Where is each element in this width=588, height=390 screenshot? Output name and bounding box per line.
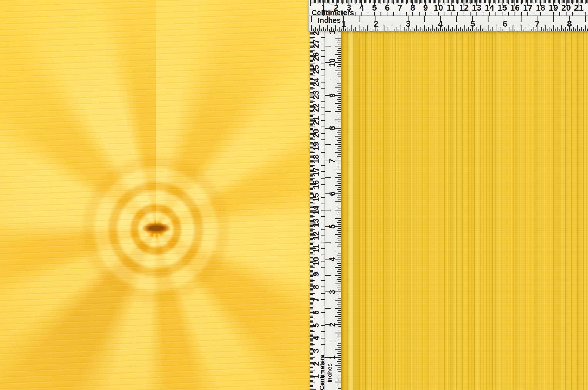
svg-text:18: 18 bbox=[536, 3, 545, 12]
svg-text:20: 20 bbox=[561, 3, 571, 12]
svg-text:6: 6 bbox=[312, 310, 320, 315]
svg-text:11: 11 bbox=[447, 3, 456, 12]
svg-text:19: 19 bbox=[312, 142, 320, 151]
svg-text:8: 8 bbox=[328, 126, 337, 130]
svg-text:10: 10 bbox=[328, 58, 337, 67]
fabric-sample-photo: 1234567891011121314151617181920212223242… bbox=[0, 0, 588, 390]
svg-text:15: 15 bbox=[312, 193, 320, 202]
vertical-rib-texture bbox=[341, 31, 588, 390]
svg-text:4: 4 bbox=[438, 19, 443, 29]
svg-text:27: 27 bbox=[312, 39, 320, 48]
svg-text:5: 5 bbox=[372, 3, 377, 12]
svg-text:3: 3 bbox=[312, 349, 320, 353]
svg-text:16: 16 bbox=[510, 3, 520, 12]
rib-knit-texture bbox=[0, 0, 310, 390]
svg-text:9: 9 bbox=[328, 93, 337, 98]
svg-text:2: 2 bbox=[374, 19, 378, 29]
svg-text:10: 10 bbox=[434, 3, 443, 12]
svg-text:13: 13 bbox=[312, 219, 320, 227]
swirled-fabric bbox=[0, 0, 310, 390]
flat-fabric-panel bbox=[341, 31, 588, 390]
svg-text:1: 1 bbox=[341, 19, 346, 29]
horizontal-ruler-inches-label: Inches bbox=[318, 17, 341, 24]
vertical-ruler-centimeters-label: Centimeters bbox=[319, 354, 325, 390]
svg-text:13: 13 bbox=[472, 3, 481, 12]
svg-text:7: 7 bbox=[312, 297, 320, 302]
svg-text:8: 8 bbox=[312, 285, 320, 289]
svg-text:10: 10 bbox=[312, 257, 320, 266]
svg-text:25: 25 bbox=[312, 65, 320, 74]
svg-text:3: 3 bbox=[328, 290, 337, 294]
svg-text:6: 6 bbox=[502, 19, 507, 29]
horizontal-ruler-centimeters-label: Centimeters bbox=[312, 9, 354, 16]
horizontal-ruler: 1234567891011121314151617181920211234567… bbox=[308, 0, 588, 31]
svg-text:4: 4 bbox=[359, 3, 364, 12]
svg-text:17: 17 bbox=[523, 3, 532, 12]
svg-text:7: 7 bbox=[398, 3, 402, 12]
svg-text:17: 17 bbox=[312, 167, 320, 176]
svg-text:22: 22 bbox=[312, 103, 320, 112]
svg-text:28: 28 bbox=[312, 31, 320, 36]
vertical-ruler-inches-label: Inches bbox=[326, 363, 333, 383]
svg-text:6: 6 bbox=[328, 191, 337, 196]
svg-text:16: 16 bbox=[312, 180, 320, 189]
vertical-ruler-ticks: 1234567891011121314151617181920212223242… bbox=[310, 31, 341, 390]
svg-text:8: 8 bbox=[567, 19, 572, 29]
svg-text:4: 4 bbox=[328, 257, 337, 261]
svg-text:11: 11 bbox=[328, 31, 337, 34]
svg-text:6: 6 bbox=[385, 3, 390, 12]
svg-text:14: 14 bbox=[485, 3, 494, 12]
svg-text:20: 20 bbox=[312, 129, 320, 138]
svg-text:4: 4 bbox=[312, 336, 320, 340]
svg-text:14: 14 bbox=[312, 206, 320, 214]
svg-text:24: 24 bbox=[312, 78, 320, 86]
svg-text:12: 12 bbox=[459, 3, 469, 12]
svg-text:3: 3 bbox=[406, 19, 410, 29]
svg-text:21: 21 bbox=[574, 3, 584, 12]
svg-text:19: 19 bbox=[549, 3, 558, 12]
vertical-ruler: 1234567891011121314151617181920212223242… bbox=[310, 31, 341, 390]
svg-text:5: 5 bbox=[470, 19, 475, 29]
svg-text:15: 15 bbox=[497, 3, 507, 12]
svg-text:7: 7 bbox=[328, 159, 337, 163]
svg-text:5: 5 bbox=[312, 323, 320, 327]
svg-text:26: 26 bbox=[312, 52, 320, 61]
svg-text:2: 2 bbox=[328, 323, 337, 327]
svg-text:5: 5 bbox=[328, 224, 337, 229]
svg-text:23: 23 bbox=[312, 91, 320, 99]
svg-text:9: 9 bbox=[423, 3, 428, 12]
svg-text:11: 11 bbox=[312, 244, 320, 253]
svg-text:7: 7 bbox=[535, 19, 539, 29]
fabric-edge bbox=[341, 31, 362, 390]
svg-text:8: 8 bbox=[410, 3, 415, 12]
svg-text:18: 18 bbox=[312, 154, 320, 163]
svg-text:21: 21 bbox=[312, 116, 320, 125]
svg-text:1: 1 bbox=[328, 355, 337, 360]
svg-text:9: 9 bbox=[312, 272, 320, 276]
svg-text:12: 12 bbox=[312, 231, 320, 240]
